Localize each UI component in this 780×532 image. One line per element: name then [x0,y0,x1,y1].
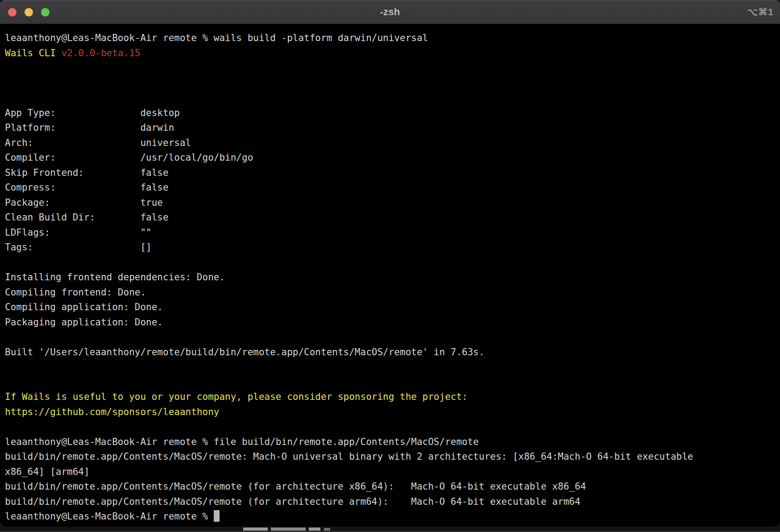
terminal-line [5,61,776,76]
background-window-text-fragment [271,528,306,531]
terminal-line: Installing frontend dependencies: Done. [5,270,776,285]
terminal-line: leaanthony@Leas-MacBook-Air remote % fil… [5,435,776,450]
terminal-line: x86_64] [arm64] [5,465,776,480]
terminal-line: build/bin/remote.app/Contents/MacOS/remo… [5,495,776,510]
terminal-line: Wails CLI v2.0.0-beta.15 [5,46,776,61]
terminal-line: Packaging application: Done. [5,315,776,330]
terminal-line: Platform: darwin [5,121,776,136]
desktop-screen: -zsh ⌥⌘1 leaanthony@Leas-MacBook-Air rem… [0,0,780,532]
terminal-line: https://github.com/sponsors/leaanthony [5,405,776,420]
tab-shortcut-badge: ⌥⌘1 [747,0,774,24]
terminal-line: Compiling application: Done. [5,300,776,315]
terminal-window: -zsh ⌥⌘1 leaanthony@Leas-MacBook-Air rem… [0,0,780,527]
terminal-line [5,420,776,435]
terminal-line: LDFlags: "" [5,225,776,241]
terminal-line: leaanthony@Leas-MacBook-Air remote % wai… [5,31,776,46]
close-button[interactable] [8,8,17,17]
terminal-line: App Type: desktop [5,106,776,121]
terminal-line: Compress: false [5,180,776,195]
terminal-line: Built '/Users/leaanthony/remote/build/bi… [5,345,776,360]
terminal-line [5,91,776,106]
terminal-line [5,255,776,270]
terminal-line: Compiler: /usr/local/go/bin/go [5,150,776,166]
window-titlebar[interactable]: -zsh ⌥⌘1 [0,0,780,24]
zoom-button[interactable] [41,8,50,17]
background-window-text-fragment [243,528,268,531]
window-title: -zsh [380,6,400,18]
terminal-line: Arch: universal [5,136,776,151]
minimize-button[interactable] [25,8,33,17]
background-window-text-fragment [309,528,320,531]
terminal-line: Skip Frontend: false [5,166,776,181]
terminal-line: Tags: [] [5,240,776,255]
terminal-line: Compiling frontend: Done. [5,285,776,300]
terminal-line: If Wails is useful to you or your compan… [5,390,776,405]
terminal-line [5,360,776,375]
terminal-line: Package: true [5,195,776,211]
terminal-line [5,375,776,390]
background-window-text-fragment [324,528,330,531]
terminal-line: build/bin/remote.app/Contents/MacOS/remo… [5,479,776,495]
terminal-output[interactable]: leaanthony@Leas-MacBook-Air remote % wai… [0,24,780,527]
background-window-sliver [0,527,780,532]
terminal-line: Clean Build Dir: false [5,210,776,225]
traffic-lights [8,8,50,17]
terminal-line [5,76,776,91]
terminal-line [5,330,776,345]
text-cursor [214,510,220,522]
terminal-line: leaanthony@Leas-MacBook-Air remote % [5,509,776,524]
terminal-line: build/bin/remote.app/Contents/MacOS/remo… [5,449,776,465]
